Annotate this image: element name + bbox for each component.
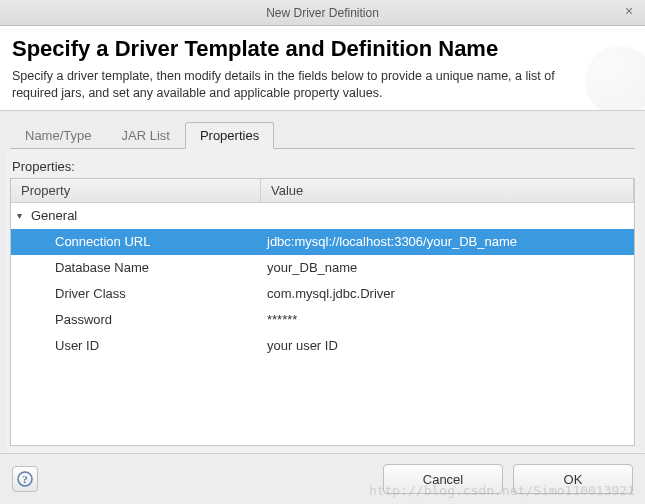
tab-jar-list[interactable]: JAR List xyxy=(106,122,184,149)
content-area: Name/Type JAR List Properties Properties… xyxy=(0,111,645,450)
prop-value: ****** xyxy=(261,312,634,327)
properties-header: Property Value xyxy=(11,179,634,203)
tab-name-type[interactable]: Name/Type xyxy=(10,122,106,149)
window-title: New Driver Definition xyxy=(266,6,379,20)
ok-button[interactable]: OK xyxy=(513,464,633,494)
dialog-header: Specify a Driver Template and Definition… xyxy=(0,26,645,111)
tab-body-properties: Properties: Property Value ▾ General Con… xyxy=(6,149,639,450)
column-value[interactable]: Value xyxy=(261,179,634,202)
prop-row-driver-class[interactable]: Driver Class com.mysql.jdbc.Driver xyxy=(11,281,634,307)
properties-table: Property Value ▾ General Connection URL … xyxy=(10,178,635,446)
page-description: Specify a driver template, then modify d… xyxy=(12,68,582,102)
close-icon[interactable]: × xyxy=(621,4,637,20)
cancel-button[interactable]: Cancel xyxy=(383,464,503,494)
header-decoration xyxy=(585,46,645,111)
tab-bar: Name/Type JAR List Properties xyxy=(10,121,635,149)
properties-label: Properties: xyxy=(12,159,635,174)
prop-value: your_DB_name xyxy=(261,260,634,275)
help-icon: ? xyxy=(17,471,33,487)
button-bar: ? Cancel OK xyxy=(0,453,645,504)
titlebar: New Driver Definition × xyxy=(0,0,645,26)
prop-row-user-id[interactable]: User ID your user ID xyxy=(11,333,634,359)
prop-value: jdbc:mysql://localhost:3306/your_DB_name xyxy=(261,234,634,249)
prop-value: com.mysql.jdbc.Driver xyxy=(261,286,634,301)
prop-row-password[interactable]: Password ****** xyxy=(11,307,634,333)
category-label: General xyxy=(31,208,77,223)
prop-name: Database Name xyxy=(11,260,261,275)
prop-name: Password xyxy=(11,312,261,327)
prop-name: Driver Class xyxy=(11,286,261,301)
page-title: Specify a Driver Template and Definition… xyxy=(12,36,633,62)
prop-name: User ID xyxy=(11,338,261,353)
prop-value: your user ID xyxy=(261,338,634,353)
expand-icon[interactable]: ▾ xyxy=(17,210,27,221)
prop-row-database-name[interactable]: Database Name your_DB_name xyxy=(11,255,634,281)
category-general[interactable]: ▾ General xyxy=(11,203,634,229)
column-property[interactable]: Property xyxy=(11,179,261,202)
prop-name: Connection URL xyxy=(11,234,261,249)
prop-row-connection-url[interactable]: Connection URL jdbc:mysql://localhost:33… xyxy=(11,229,634,255)
help-button[interactable]: ? xyxy=(12,466,38,492)
tab-properties[interactable]: Properties xyxy=(185,122,274,149)
svg-text:?: ? xyxy=(22,473,28,485)
